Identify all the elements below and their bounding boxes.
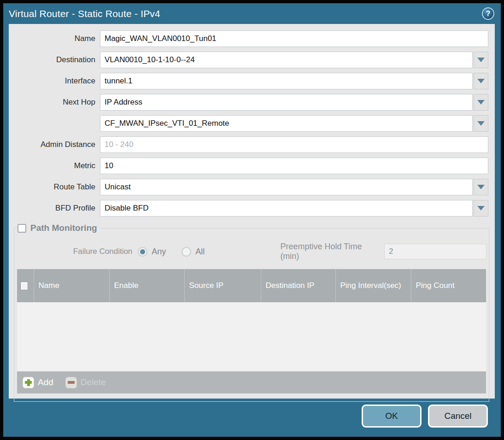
admin-distance-input[interactable] — [100, 136, 488, 153]
path-monitoring-legend: Path Monitoring — [17, 223, 101, 233]
form-row-next-hop-address — [9, 115, 488, 132]
cancel-button[interactable]: Cancel — [428, 405, 488, 428]
form-row-route-table: Route Table — [9, 179, 488, 195]
form-row-next-hop: Next Hop — [9, 94, 488, 111]
form-row-name: Name — [9, 30, 488, 47]
column-header-source-ip[interactable]: Source IP — [184, 269, 261, 302]
radio-dot — [184, 249, 189, 254]
dialog-title: Virtual Router - Static Route - IPv4 — [9, 8, 160, 19]
next-hop-address-dropdown-button[interactable] — [474, 115, 488, 132]
failure-condition-row: Failure Condition Any All Preemptive Hol… — [17, 242, 486, 261]
preemptive-hold-time-input[interactable] — [384, 244, 486, 259]
destination-label: Destination — [9, 55, 100, 65]
bfd-profile-dropdown-button[interactable] — [474, 200, 488, 217]
column-header-ping-interval[interactable]: Ping Interval(sec) — [335, 269, 411, 302]
minus-icon — [65, 377, 77, 388]
form-row-interface: Interface — [9, 73, 488, 89]
next-hop-address-input[interactable] — [100, 115, 473, 132]
metric-input[interactable] — [100, 158, 488, 174]
dialog-content-panel: Name Destination Interface Next Hop — [9, 24, 495, 399]
radio-any[interactable] — [138, 247, 147, 257]
radio-all[interactable] — [182, 247, 191, 257]
radio-any-label: Any — [152, 247, 166, 257]
preemptive-hold-time-label: Preemptive Hold Time (min) — [280, 242, 384, 261]
ok-button[interactable]: OK — [362, 405, 422, 428]
chevron-down-icon — [477, 206, 485, 211]
table-header-row: Name Enable Source IP Destination IP Pin… — [17, 269, 486, 302]
column-header-name[interactable]: Name — [34, 269, 109, 302]
route-table-dropdown-button[interactable] — [474, 179, 488, 195]
destination-input[interactable] — [100, 52, 473, 68]
path-monitoring-title: Path Monitoring — [30, 223, 97, 233]
next-hop-label: Next Hop — [9, 98, 100, 107]
failure-condition-label: Failure Condition — [17, 247, 138, 256]
add-button-label: Add — [38, 377, 53, 387]
table-toolbar: Add Delete — [17, 371, 486, 393]
bfd-profile-input[interactable] — [100, 200, 473, 217]
dialog-titlebar: Virtual Router - Static Route - IPv4 ? — [3, 3, 501, 24]
interface-label: Interface — [9, 76, 100, 86]
form-row-destination: Destination — [9, 52, 488, 68]
path-monitoring-section: Path Monitoring Failure Condition Any Al… — [14, 223, 489, 402]
interface-dropdown-button[interactable] — [474, 73, 488, 89]
static-route-dialog: Virtual Router - Static Route - IPv4 ? N… — [0, 0, 504, 440]
next-hop-type-input[interactable] — [100, 94, 473, 111]
name-input[interactable] — [100, 30, 488, 47]
radio-dot — [140, 249, 145, 254]
name-label: Name — [9, 34, 100, 43]
chevron-down-icon — [477, 185, 485, 189]
route-table-input[interactable] — [100, 179, 473, 195]
select-all-checkbox[interactable] — [20, 282, 28, 290]
radio-all-label: All — [195, 247, 205, 257]
next-hop-type-dropdown-button[interactable] — [474, 94, 488, 111]
chevron-down-icon — [477, 58, 485, 62]
help-icon[interactable]: ? — [482, 7, 494, 20]
column-header-destination-ip[interactable]: Destination IP — [261, 269, 335, 302]
metric-label: Metric — [9, 161, 100, 170]
form-row-metric: Metric — [9, 158, 488, 174]
destination-dropdown-button[interactable] — [474, 52, 488, 68]
table-body-empty — [17, 302, 486, 371]
path-monitoring-checkbox[interactable] — [18, 224, 26, 233]
column-header-ping-count[interactable]: Ping Count — [411, 269, 486, 302]
admin-distance-label: Admin Distance — [9, 140, 100, 149]
plus-icon — [23, 377, 34, 388]
bfd-profile-label: BFD Profile — [9, 204, 100, 213]
add-button[interactable]: Add — [23, 377, 53, 388]
delete-button-label: Delete — [81, 377, 106, 387]
path-monitoring-table: Name Enable Source IP Destination IP Pin… — [17, 269, 486, 393]
route-table-label: Route Table — [9, 182, 100, 192]
chevron-down-icon — [477, 100, 485, 105]
column-header-enable[interactable]: Enable — [109, 269, 184, 302]
delete-button[interactable]: Delete — [65, 377, 106, 388]
chevron-down-icon — [477, 79, 485, 83]
chevron-down-icon — [477, 121, 485, 126]
form-row-bfd-profile: BFD Profile — [9, 200, 488, 217]
interface-input[interactable] — [100, 73, 473, 89]
dialog-button-bar: OK Cancel — [362, 405, 488, 428]
form-row-admin-distance: Admin Distance — [9, 136, 488, 153]
